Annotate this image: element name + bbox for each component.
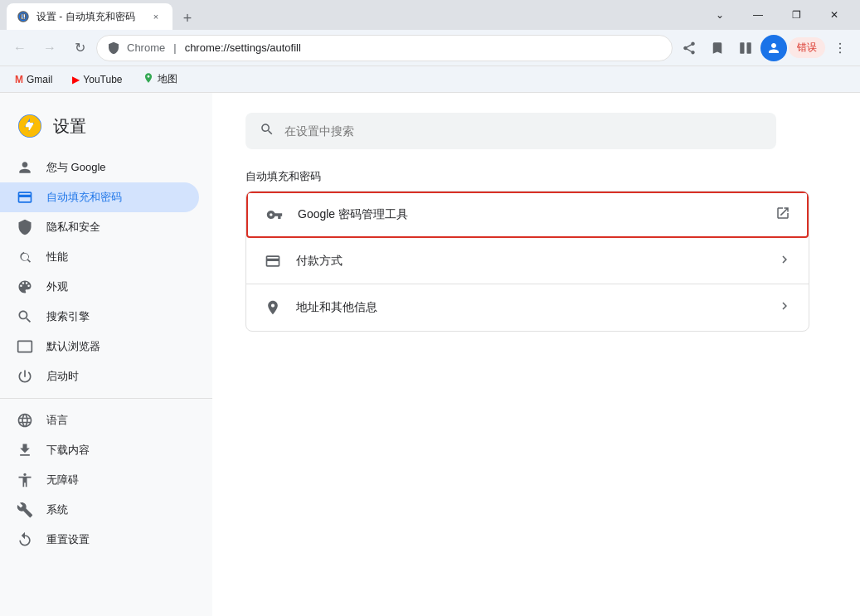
svg-rect-2: [747, 42, 751, 54]
tab-close-btn[interactable]: ×: [149, 10, 163, 23]
sidebar-item-google-account[interactable]: 您与 Google: [0, 153, 199, 182]
back-button[interactable]: ←: [7, 35, 33, 61]
language-icon: [17, 412, 33, 429]
youtube-label: YouTube: [83, 74, 122, 85]
tab-favicon: [17, 10, 30, 23]
error-button[interactable]: 错误: [789, 37, 825, 58]
new-tab-button[interactable]: +: [176, 7, 199, 30]
password-manager-label: Google 密码管理工具: [298, 207, 775, 222]
startup-icon: [17, 368, 33, 385]
svg-point-3: [839, 42, 841, 44]
settings-list: Google 密码管理工具 付款方式: [245, 191, 809, 332]
sidebar-item-downloads[interactable]: 下载内容: [0, 435, 199, 465]
nav-actions: 错误: [676, 35, 853, 61]
tab-title: 设置 - 自动填充和密码: [36, 10, 143, 24]
sidebar-item-label: 搜索引擎: [46, 309, 90, 324]
sidebar-item-label: 语言: [46, 413, 68, 428]
sidebar-item-label: 性能: [46, 250, 68, 264]
sidebar-item-label: 重置设置: [46, 532, 90, 547]
bookmarks-bar: M Gmail ▶ YouTube 地图: [0, 66, 860, 93]
sidebar-item-label: 自动填充和密码: [46, 190, 122, 205]
bookmark-button[interactable]: [704, 35, 731, 61]
security-icon: [107, 41, 120, 55]
password-manager-icon: [265, 205, 284, 225]
sidebar-item-privacy[interactable]: 隐私和安全: [0, 212, 199, 242]
refresh-button[interactable]: ↻: [66, 35, 93, 61]
window-controls: ⌄ — ❐ ✕: [701, 2, 853, 28]
google-account-icon: [17, 159, 33, 176]
forward-button[interactable]: →: [36, 35, 63, 61]
sidebar-item-reset[interactable]: 重置设置: [0, 525, 199, 555]
settings-logo: [17, 113, 43, 139]
default-browser-icon: [17, 338, 33, 355]
sidebar-navigation: 您与 Google 自动填充和密码 隐私和安全: [0, 153, 212, 555]
settings-title: 设置: [53, 115, 86, 138]
system-icon: [17, 502, 33, 518]
autofill-icon: [17, 189, 33, 206]
appearance-icon: [17, 279, 33, 295]
sidebar-item-startup[interactable]: 启动时: [0, 361, 199, 391]
svg-rect-1: [740, 42, 744, 54]
sidebar-item-performance[interactable]: 性能: [0, 242, 199, 272]
sidebar-item-accessibility[interactable]: 无障碍: [0, 465, 199, 495]
close-button[interactable]: ✕: [815, 2, 853, 28]
window-chevron-btn[interactable]: ⌄: [701, 2, 739, 28]
sidebar: 设置 您与 Google 自动填充和密码: [0, 93, 212, 616]
downloads-icon: [17, 442, 33, 458]
settings-header: 设置: [0, 106, 212, 153]
error-label: 错误: [797, 41, 817, 55]
title-bar: 设置 - 自动填充和密码 × + ⌄ — ❐ ✕: [0, 0, 860, 30]
content-area: 自动填充和密码 Google 密码管理工具: [212, 93, 860, 616]
accessibility-icon: [17, 472, 33, 488]
bookmark-gmail[interactable]: M Gmail: [10, 72, 57, 87]
reset-icon: [17, 531, 33, 548]
external-link-icon: [775, 206, 790, 224]
gmail-label: Gmail: [27, 74, 52, 85]
section-title: 自动填充和密码: [245, 169, 827, 184]
chrome-label: Chrome: [127, 41, 165, 54]
sidebar-item-label: 您与 Google: [46, 160, 106, 175]
bookmark-youtube[interactable]: ▶ YouTube: [67, 72, 127, 87]
payment-arrow-icon: [777, 252, 792, 270]
minimize-button[interactable]: —: [739, 2, 777, 28]
address-label: 地址和其他信息: [296, 300, 777, 315]
maps-label: 地图: [158, 72, 177, 86]
settings-item-payment[interactable]: 付款方式: [246, 238, 809, 284]
sidebar-item-language[interactable]: 语言: [0, 405, 199, 435]
search-input[interactable]: [284, 124, 762, 138]
settings-item-password-manager[interactable]: Google 密码管理工具: [246, 192, 809, 238]
search-engine-icon: [17, 308, 33, 325]
tab-strip: 设置 - 自动填充和密码 × +: [7, 0, 701, 30]
sidebar-item-label: 启动时: [46, 369, 79, 384]
sidebar-item-label: 无障碍: [46, 473, 79, 487]
sidebar-item-default-browser[interactable]: 默认浏览器: [0, 332, 199, 361]
sidebar-item-label: 隐私和安全: [46, 220, 100, 235]
performance-icon: [17, 249, 33, 265]
profile-button[interactable]: [760, 35, 787, 61]
payment-icon: [263, 251, 283, 271]
maps-icon: [143, 72, 154, 86]
maximize-button[interactable]: ❐: [777, 2, 815, 28]
address-bar[interactable]: Chrome | chrome://settings/autofill: [96, 35, 673, 61]
svg-point-5: [839, 51, 841, 53]
settings-item-addresses[interactable]: 地址和其他信息: [246, 284, 809, 331]
search-icon: [260, 122, 275, 140]
address-arrow-icon: [777, 298, 792, 317]
privacy-icon: [17, 219, 33, 235]
payment-label: 付款方式: [296, 254, 777, 269]
sidebar-item-appearance[interactable]: 外观: [0, 272, 199, 302]
active-tab[interactable]: 设置 - 自动填充和密码 ×: [7, 3, 172, 30]
reader-mode-button[interactable]: [732, 35, 759, 61]
sidebar-item-autofill[interactable]: 自动填充和密码: [0, 182, 199, 212]
settings-search-bar[interactable]: [245, 113, 776, 149]
sidebar-item-label: 外观: [46, 279, 68, 294]
share-button[interactable]: [676, 35, 702, 61]
menu-button[interactable]: [827, 35, 853, 61]
address-icon: [263, 298, 283, 318]
sidebar-item-system[interactable]: 系统: [0, 495, 199, 525]
sidebar-item-label: 下载内容: [46, 443, 90, 458]
nav-bar: ← → ↻ Chrome | chrome://settings/autofil…: [0, 30, 860, 66]
youtube-icon: ▶: [72, 74, 80, 85]
bookmark-maps[interactable]: 地图: [138, 70, 182, 88]
sidebar-item-search[interactable]: 搜索引擎: [0, 302, 199, 332]
